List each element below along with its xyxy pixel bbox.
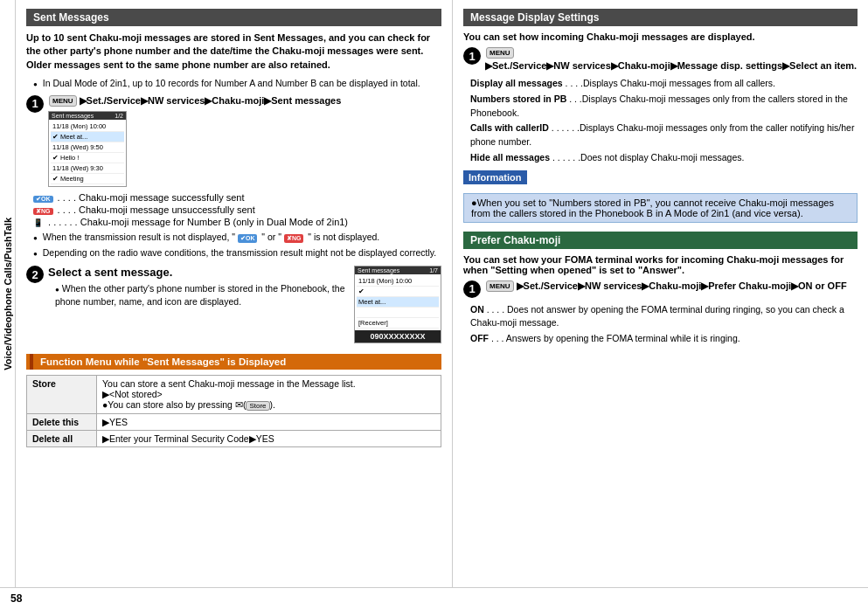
information-text: ●When you set to "Numbers stored in PB",…	[471, 197, 834, 218]
prefer-header: Prefer Chaku-moji	[463, 232, 858, 249]
table-row: Store You can store a sent Chaku-moji me…	[27, 376, 441, 414]
function-menu-header: Function Menu while "Sent Messages" is D…	[30, 354, 441, 370]
information-box: ●When you set to "Numbers stored in PB",…	[463, 193, 858, 223]
phone-b-desc: . . . . . . Chaku-moji message for Numbe…	[48, 217, 348, 227]
phone-b-icon: 📱	[33, 218, 43, 227]
phone-row: Meet at...	[357, 297, 439, 308]
left-column: Sent Messages Up to 10 sent Chaku-moji m…	[16, 0, 453, 587]
table-row: Delete this ▶YES	[27, 414, 441, 431]
page-container: Voice/Videophone Calls/PushTalk Sent Mes…	[0, 0, 868, 587]
right-menu-key: MENU	[486, 47, 514, 59]
information-header: Information	[463, 170, 527, 184]
ok-icon: ✔OK	[33, 196, 53, 203]
step-2-row: 2 Select a sent message. When the other …	[26, 266, 441, 343]
page-footer: 58	[0, 587, 868, 609]
display-options: Display all messages . . . .Displays Cha…	[470, 77, 858, 165]
right-step-1-number: 1	[463, 47, 481, 65]
table-cell-label: Store	[27, 376, 97, 414]
table-cell-content: ▶Enter your Terminal Security Code▶YES	[97, 431, 441, 447]
phone-header-1: Sent messages 1/2	[49, 112, 126, 120]
table-row: Delete all ▶Enter your Terminal Security…	[27, 431, 441, 447]
phone-screenshot-1: Sent messages 1/2 11/18 (Mon) 10:00 ✔ Me…	[48, 111, 127, 187]
prefer-menu-key: MENU	[486, 280, 514, 292]
prefer-step-1-number: 1	[463, 280, 481, 298]
msg-display-intro: You can set how incoming Chaku-moji mess…	[463, 31, 858, 42]
msg-display-header: Message Display Settings	[463, 9, 858, 26]
step-2-number: 2	[26, 266, 44, 283]
information-section: Information ●When you set to "Numbers st…	[463, 170, 858, 223]
step-2-text: Select a sent message. When the other pa…	[48, 266, 347, 310]
step-2-content: Select a sent message. When the other pa…	[48, 266, 441, 343]
sidebar-label: Voice/Videophone Calls/PushTalk	[3, 218, 13, 370]
phone-screenshot-2-wrapper: Sent messages 1/7 11/18 (Mon) 10:00 ✔ Me…	[354, 266, 441, 343]
table-cell-label: Delete all	[27, 431, 97, 447]
prefer-step-1-content: MENU ▶Set./Service▶NW services▶Chaku-moj…	[485, 280, 858, 292]
bullet-dual-mode: In Dual Mode of 2in1, up to 10 records f…	[33, 77, 441, 90]
prefer-intro: You can set how your FOMA terminal works…	[463, 254, 858, 275]
sidebar: Voice/Videophone Calls/PushTalk	[0, 0, 16, 587]
phone-row: ✔ Meeting	[51, 174, 124, 184]
right-step-1-content: MENU ▶Set./Service▶NW services▶Chaku-moj…	[485, 47, 858, 72]
icon-legend: ✔OK . . . . Chaku-moji message successfu…	[33, 192, 441, 227]
phone-row-icon: 📱 . . . . . . Chaku-moji message for Num…	[33, 217, 441, 227]
menu-key: MENU	[49, 95, 77, 107]
page-number: 58	[10, 592, 22, 605]
right-column: Message Display Settings You can set how…	[453, 0, 868, 587]
right-step-1-path: ▶Set./Service▶NW services▶Chaku-moji▶Mes…	[485, 60, 857, 72]
function-menu-section: Function Menu while "Sent Messages" is D…	[26, 354, 441, 370]
display-option-2: Numbers stored in PB . . .Displays Chaku…	[470, 93, 858, 121]
ok-row: ✔OK . . . . Chaku-moji message successfu…	[33, 192, 441, 203]
phone-screenshot-2: Sent messages 1/7 11/18 (Mon) 10:00 ✔ Me…	[354, 266, 441, 343]
table-cell-content: ▶YES	[97, 414, 441, 431]
step-2-label: Select a sent message.	[48, 266, 347, 279]
phone-row: 11/18 (Wed) 9:50	[51, 142, 124, 153]
phone-body-2: 11/18 (Mon) 10:00 ✔ Meet at... [Receiver…	[355, 274, 441, 330]
phone-row: 11/18 (Mon) 10:00	[357, 276, 439, 287]
phone-row: ✔	[357, 287, 439, 297]
right-step-1-row: 1 MENU ▶Set./Service▶NW services▶Chaku-m…	[463, 47, 858, 72]
ng-desc: . . . . Chaku-moji message unsuccessfull…	[58, 204, 255, 215]
phone-row: 11/18 (Wed) 9:30	[51, 163, 124, 174]
ok-desc: . . . . Chaku-moji message successfully …	[58, 192, 245, 203]
ng-icon: ✘NG	[33, 208, 53, 215]
bullet-transmission-1: When the transmission result is not disp…	[33, 231, 441, 244]
phone-header-2: Sent messages 1/7	[355, 266, 441, 274]
sent-messages-header: Sent Messages	[26, 9, 441, 26]
bullet-step2: When the other party's phone number is s…	[55, 282, 347, 308]
prefer-step-1-row: 1 MENU ▶Set./Service▶NW services▶Chaku-m…	[463, 280, 858, 298]
prefer-options: ON . . . . Does not answer by opening th…	[470, 303, 858, 346]
main-content: Sent Messages Up to 10 sent Chaku-moji m…	[16, 0, 868, 587]
step-1-path: ▶Set./Service▶NW services▶Chaku-moji▶Sen…	[80, 95, 342, 107]
ng-row: ✘NG . . . . Chaku-moji message unsuccess…	[33, 204, 441, 215]
function-menu-table: Store You can store a sent Chaku-moji me…	[26, 375, 441, 447]
step-1-number: 1	[26, 95, 44, 113]
display-option-4: Hide all messages . . . . . .Does not di…	[470, 151, 858, 165]
phone-row	[357, 308, 439, 318]
bullet-transmission-2: Depending on the radio wave conditions, …	[33, 246, 441, 260]
prefer-option-off: OFF . . . Answers by opening the FOMA te…	[470, 332, 858, 346]
store-btn: Store	[246, 401, 269, 411]
phone-number: 090XXXXXXXX	[355, 330, 441, 343]
table-cell-content: You can store a sent Chaku-moji message …	[97, 376, 441, 414]
phone-row: 11/18 (Mon) 10:00	[51, 121, 124, 132]
phone-body-1: 11/18 (Mon) 10:00 ✔ Meet at... 11/18 (We…	[49, 120, 126, 186]
display-option-1: Display all messages . . . .Displays Cha…	[470, 77, 858, 91]
step-1-content: MENU ▶Set./Service▶NW services▶Chaku-moj…	[48, 95, 441, 187]
phone-row: ✔ Hello !	[51, 153, 124, 163]
prefer-option-on: ON . . . . Does not answer by opening th…	[470, 303, 858, 331]
phone-row: [Receiver]	[357, 318, 439, 329]
sent-messages-intro: Up to 10 sent Chaku-moji messages are st…	[26, 31, 441, 72]
phone-row: ✔ Meet at...	[51, 132, 124, 142]
ok-icon-inline: ✔OK	[238, 234, 258, 243]
step-1-row: 1 MENU ▶Set./Service▶NW services▶Chaku-m…	[26, 95, 441, 187]
ng-icon-inline: ✘NG	[284, 234, 304, 243]
prefer-step-1-path: ▶Set./Service▶NW services▶Chaku-moji▶Pre…	[517, 280, 847, 292]
display-option-3: Calls with callerID . . . . . .Displays …	[470, 121, 858, 149]
table-cell-label: Delete this	[27, 414, 97, 431]
